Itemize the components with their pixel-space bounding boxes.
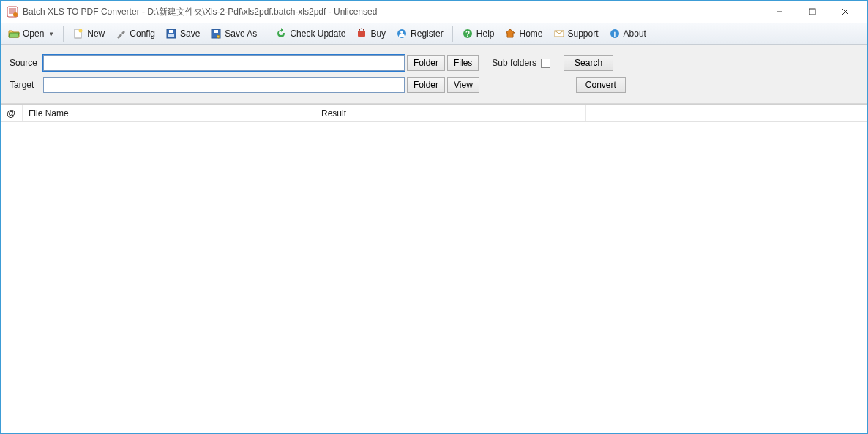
source-row: Source Folder Files Sub folders Search bbox=[10, 52, 858, 74]
check-update-button[interactable]: Check Update bbox=[271, 26, 350, 42]
save-icon bbox=[165, 28, 177, 40]
mail-icon bbox=[553, 28, 565, 40]
source-input[interactable] bbox=[43, 55, 405, 71]
info-icon: i bbox=[609, 28, 621, 40]
buy-label: Buy bbox=[370, 29, 386, 39]
separator bbox=[63, 26, 64, 42]
register-label: Register bbox=[411, 29, 444, 39]
support-button[interactable]: Support bbox=[549, 26, 603, 42]
help-label: Help bbox=[476, 29, 495, 39]
save-label: Save bbox=[180, 29, 200, 39]
wrench-icon bbox=[115, 28, 127, 40]
col-at[interactable]: @ bbox=[1, 105, 23, 121]
source-label: Source bbox=[10, 58, 43, 68]
home-button[interactable]: Home bbox=[500, 26, 547, 42]
svg-rect-2 bbox=[809, 9, 815, 15]
maximize-button[interactable] bbox=[796, 1, 828, 22]
svg-rect-6 bbox=[169, 30, 173, 33]
config-button[interactable]: Config bbox=[111, 26, 160, 42]
cart-icon bbox=[356, 28, 367, 40]
register-button[interactable]: Register bbox=[392, 26, 448, 42]
refresh-icon bbox=[275, 28, 287, 40]
paths-panel: Source Folder Files Sub folders Search T… bbox=[1, 45, 867, 104]
register-icon bbox=[396, 28, 408, 40]
svg-text:i: i bbox=[613, 30, 616, 38]
close-button[interactable] bbox=[828, 1, 861, 22]
help-button[interactable]: ? Help bbox=[457, 26, 499, 42]
new-button[interactable]: New bbox=[68, 26, 109, 42]
support-label: Support bbox=[568, 29, 599, 39]
save-as-button[interactable]: Save As bbox=[206, 26, 261, 42]
svg-point-1 bbox=[13, 12, 18, 17]
subfolders-checkbox[interactable] bbox=[541, 59, 550, 68]
save-as-icon bbox=[210, 28, 222, 40]
col-spacer bbox=[586, 105, 867, 121]
target-folder-button[interactable]: Folder bbox=[407, 77, 445, 93]
svg-rect-9 bbox=[214, 30, 218, 33]
buy-button[interactable]: Buy bbox=[351, 26, 390, 42]
subfolders-label: Sub folders bbox=[492, 58, 550, 68]
about-label: About bbox=[624, 29, 646, 39]
target-view-button[interactable]: View bbox=[447, 77, 479, 93]
svg-rect-10 bbox=[358, 31, 365, 37]
check-update-label: Check Update bbox=[290, 29, 345, 39]
save-button[interactable]: Save bbox=[161, 26, 204, 42]
home-icon bbox=[504, 28, 516, 40]
new-label: New bbox=[87, 29, 105, 39]
separator bbox=[266, 26, 266, 42]
col-result[interactable]: Result bbox=[315, 105, 586, 121]
table-header: @ File Name Result bbox=[1, 105, 867, 122]
chevron-down-icon: ▼ bbox=[48, 31, 54, 37]
folder-open-icon bbox=[8, 28, 20, 40]
open-label: Open bbox=[23, 29, 44, 39]
file-table: @ File Name Result bbox=[1, 104, 867, 434]
svg-point-12 bbox=[400, 31, 403, 34]
svg-rect-7 bbox=[168, 34, 174, 37]
window-title: Batch XLS TO PDF Converter - D:\新建文件夹\Xl… bbox=[23, 6, 763, 18]
open-button[interactable]: Open ▼ bbox=[4, 26, 59, 42]
help-icon: ? bbox=[462, 28, 474, 40]
app-icon bbox=[7, 6, 18, 18]
about-button[interactable]: i About bbox=[605, 26, 651, 42]
col-filename[interactable]: File Name bbox=[23, 105, 315, 121]
separator bbox=[452, 26, 453, 42]
target-label: Target bbox=[10, 80, 43, 90]
target-row: Target Folder View Convert bbox=[10, 74, 858, 96]
source-files-button[interactable]: Files bbox=[447, 55, 479, 71]
source-folder-button[interactable]: Folder bbox=[407, 55, 445, 71]
svg-point-4 bbox=[79, 29, 83, 33]
config-label: Config bbox=[130, 29, 155, 39]
svg-text:?: ? bbox=[465, 30, 470, 38]
save-as-label: Save As bbox=[225, 29, 257, 39]
target-input[interactable] bbox=[43, 77, 405, 93]
toolbar: Open ▼ New Config Save Save As Check Upd… bbox=[1, 23, 867, 45]
home-label: Home bbox=[519, 29, 542, 39]
convert-button[interactable]: Convert bbox=[576, 77, 626, 93]
titlebar: Batch XLS TO PDF Converter - D:\新建文件夹\Xl… bbox=[1, 1, 867, 23]
minimize-button[interactable] bbox=[763, 1, 796, 22]
new-file-icon bbox=[72, 28, 84, 40]
search-button[interactable]: Search bbox=[564, 55, 613, 71]
